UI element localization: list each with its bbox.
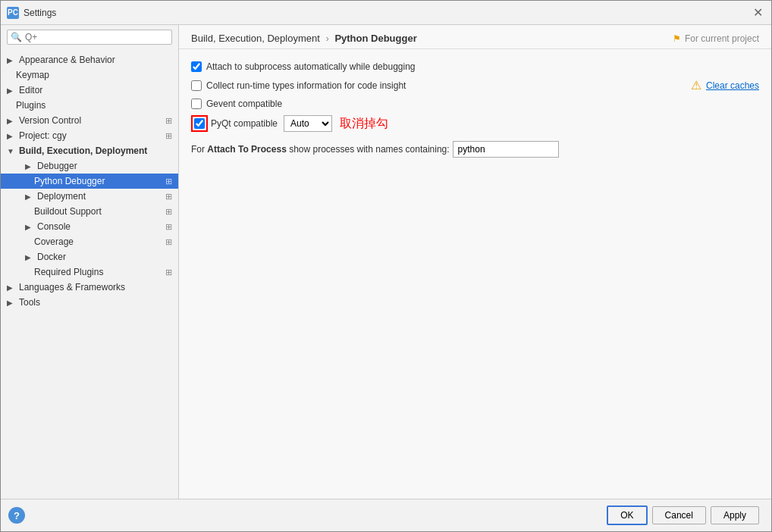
search-box[interactable]: 🔍 bbox=[7, 30, 172, 45]
sidebar-item-label: Required Plugins bbox=[34, 267, 103, 277]
attach-bold: Attach To Process bbox=[207, 144, 289, 155]
search-input[interactable] bbox=[25, 32, 168, 42]
search-icon: 🔍 bbox=[11, 32, 22, 42]
footer: OK Cancel Apply bbox=[1, 499, 771, 531]
page-icon: ⊞ bbox=[165, 207, 172, 217]
page-icon: ⊞ bbox=[165, 268, 172, 277]
expand-arrow: ▶ bbox=[7, 56, 16, 64]
window-title: Settings bbox=[24, 8, 750, 18]
for-project-icon: ⚑ bbox=[673, 33, 681, 44]
pyqt-checkbox-wrapper bbox=[191, 115, 208, 132]
sidebar-item-label: Keymap bbox=[16, 70, 49, 80]
sidebar-item-python-debugger[interactable]: Python Debugger ⊞ bbox=[1, 174, 178, 189]
close-button[interactable]: ✕ bbox=[750, 5, 765, 20]
apply-button[interactable]: Apply bbox=[711, 506, 759, 524]
option-collect-runtime-row: Collect run-time types information for c… bbox=[191, 78, 759, 92]
sidebar-item-label: Console bbox=[37, 221, 71, 232]
help-button[interactable]: ? bbox=[8, 507, 25, 524]
sidebar-item-label: Debugger bbox=[37, 161, 77, 171]
warning-icon: ⚠ bbox=[691, 78, 701, 92]
sidebar-item-project[interactable]: ▶ Project: cgy ⊞ bbox=[1, 128, 178, 143]
option-collect-runtime: Collect run-time types information for c… bbox=[191, 80, 406, 91]
sidebar-item-deployment[interactable]: ▶ Deployment ⊞ bbox=[1, 189, 178, 204]
sidebar-item-buildout[interactable]: Buildout Support ⊞ bbox=[1, 204, 178, 219]
content-area: 🔍 ▶ Appearance & Behavior Keymap ▶ Edito… bbox=[1, 25, 771, 499]
sidebar-item-label: Plugins bbox=[16, 100, 46, 111]
expand-arrow: ▶ bbox=[7, 283, 16, 292]
sidebar-item-label: Buildout Support bbox=[34, 206, 102, 217]
main-header: Build, Execution, Deployment › Python De… bbox=[179, 25, 771, 49]
sidebar-item-build[interactable]: ▼ Build, Execution, Deployment bbox=[1, 143, 178, 158]
title-bar: PC Settings ✕ bbox=[1, 1, 771, 25]
sidebar-item-label: Deployment bbox=[37, 191, 86, 202]
sidebar-item-label: Languages & Frameworks bbox=[19, 282, 125, 293]
sidebar-item-console[interactable]: ▶ Console ⊞ bbox=[1, 219, 178, 234]
expand-arrow: ▶ bbox=[25, 162, 34, 171]
gevent-label: Gevent compatible bbox=[206, 99, 282, 109]
expand-arrow: ▼ bbox=[7, 147, 16, 155]
sidebar-item-label: Version Control bbox=[19, 115, 81, 126]
main-body: Attach to subprocess automatically while… bbox=[179, 49, 771, 499]
sidebar-item-label: Project: cgy bbox=[19, 130, 67, 141]
sidebar-item-version-control[interactable]: ▶ Version Control ⊞ bbox=[1, 113, 178, 128]
collect-runtime-checkbox[interactable] bbox=[191, 80, 202, 91]
sidebar-item-label: Docker bbox=[37, 252, 66, 262]
clear-caches-section: ⚠ Clear caches bbox=[691, 78, 759, 92]
sidebar-item-debugger[interactable]: ▶ Debugger bbox=[1, 158, 178, 174]
attach-input[interactable] bbox=[453, 141, 559, 158]
sidebar-item-required-plugins[interactable]: Required Plugins ⊞ bbox=[1, 264, 178, 280]
app-icon: PC bbox=[7, 7, 19, 19]
sidebar-item-label: Tools bbox=[19, 297, 40, 308]
pyqt-checkbox[interactable] bbox=[194, 118, 205, 129]
sidebar-item-tools[interactable]: ▶ Tools bbox=[1, 295, 178, 310]
expand-arrow: ▶ bbox=[25, 192, 34, 201]
pyqt-row: PyQt compatible Auto PyQt4 PyQt5 取消掉勾 bbox=[191, 115, 759, 132]
sidebar-item-coverage[interactable]: Coverage ⊞ bbox=[1, 234, 178, 249]
breadcrumb-separator: › bbox=[325, 33, 331, 44]
sidebar-item-label: Coverage bbox=[34, 236, 74, 247]
expand-arrow: ▶ bbox=[7, 86, 16, 95]
page-icon: ⊞ bbox=[165, 131, 172, 141]
breadcrumb-part2: Python Debugger bbox=[334, 33, 416, 44]
gevent-checkbox[interactable] bbox=[191, 99, 202, 109]
for-project-label: ⚑ For current project bbox=[673, 33, 759, 44]
settings-window: PC Settings ✕ 🔍 ▶ Appearance & Behavior … bbox=[0, 0, 772, 532]
sidebar-item-editor[interactable]: ▶ Editor bbox=[1, 83, 178, 98]
nav-tree: ▶ Appearance & Behavior Keymap ▶ Editor … bbox=[1, 49, 178, 499]
expand-arrow: ▶ bbox=[25, 253, 34, 261]
sidebar-item-languages[interactable]: ▶ Languages & Frameworks bbox=[1, 280, 178, 295]
attach-to-process-row: For Attach To Process show processes wit… bbox=[191, 141, 759, 158]
sidebar-item-keymap[interactable]: Keymap bbox=[1, 67, 178, 83]
breadcrumb-part1: Build, Execution, Deployment bbox=[191, 33, 320, 44]
clear-caches-button[interactable]: Clear caches bbox=[706, 80, 759, 91]
ok-button[interactable]: OK bbox=[607, 505, 647, 525]
pyqt-dropdown[interactable]: Auto PyQt4 PyQt5 bbox=[284, 115, 332, 132]
page-icon: ⊞ bbox=[165, 177, 172, 186]
collect-runtime-label: Collect run-time types information for c… bbox=[206, 80, 406, 91]
expand-arrow: ▶ bbox=[7, 132, 16, 140]
option-gevent: Gevent compatible bbox=[191, 99, 759, 109]
sidebar-item-appearance[interactable]: ▶ Appearance & Behavior bbox=[1, 52, 178, 67]
main-panel: Build, Execution, Deployment › Python De… bbox=[179, 25, 771, 499]
page-icon: ⊞ bbox=[165, 116, 172, 126]
sidebar-item-label: Editor bbox=[19, 85, 42, 95]
expand-arrow: ▶ bbox=[7, 299, 16, 307]
expand-arrow: ▶ bbox=[7, 117, 16, 125]
breadcrumb: Build, Execution, Deployment › Python De… bbox=[191, 33, 417, 44]
attach-subprocess-checkbox[interactable] bbox=[191, 61, 202, 72]
page-icon: ⊞ bbox=[165, 192, 172, 202]
pyqt-label: PyQt compatible bbox=[211, 118, 278, 129]
sidebar: 🔍 ▶ Appearance & Behavior Keymap ▶ Edito… bbox=[1, 25, 179, 499]
sidebar-item-label: Build, Execution, Deployment bbox=[19, 146, 147, 156]
attach-subprocess-label: Attach to subprocess automatically while… bbox=[206, 61, 416, 72]
attach-prefix: For Attach To Process show processes wit… bbox=[191, 144, 450, 155]
sidebar-item-label: Python Debugger bbox=[34, 176, 105, 186]
page-icon: ⊞ bbox=[165, 222, 172, 232]
sidebar-item-plugins[interactable]: Plugins bbox=[1, 98, 178, 113]
sidebar-item-docker[interactable]: ▶ Docker bbox=[1, 249, 178, 264]
expand-arrow: ▶ bbox=[25, 223, 34, 231]
option-attach-subprocess: Attach to subprocess automatically while… bbox=[191, 61, 759, 72]
sidebar-item-label: Appearance & Behavior bbox=[19, 55, 115, 65]
pyqt-annotation: 取消掉勾 bbox=[340, 116, 388, 132]
cancel-button[interactable]: Cancel bbox=[652, 506, 706, 524]
